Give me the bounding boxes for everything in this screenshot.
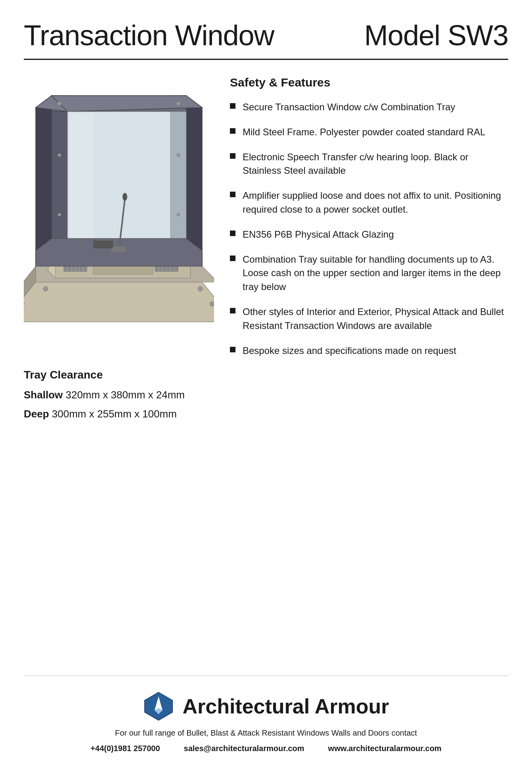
page-title: Transaction Window <box>24 19 274 52</box>
svg-point-30 <box>122 193 127 201</box>
page-header: Transaction Window Model SW3 <box>24 19 508 60</box>
tray-clearance-title: Tray Clearance <box>24 369 214 381</box>
list-item: Bespoke sizes and specifications made on… <box>230 344 508 358</box>
svg-point-33 <box>198 286 203 291</box>
bullet-icon <box>230 153 235 159</box>
bullet-icon <box>230 103 235 109</box>
svg-point-35 <box>210 302 214 306</box>
tray-deep: Deep 300mm x 255mm x 100mm <box>24 407 214 421</box>
bullet-icon <box>230 308 235 313</box>
footer-email: sales@architecturalarmour.com <box>184 744 304 753</box>
model-label: Model SW3 <box>364 19 508 52</box>
bullet-icon <box>230 256 235 261</box>
svg-point-38 <box>58 154 61 157</box>
list-item: Other styles of Interior and Exterior, P… <box>230 305 508 333</box>
left-column: Tray Clearance Shallow 320mm x 380mm x 2… <box>24 76 214 675</box>
footer-contact: +44(0)1981 257000 sales@architecturalarm… <box>90 744 441 753</box>
list-item: Mild Steel Frame. Polyester powder coate… <box>230 125 508 139</box>
feature-text: Other styles of Interior and Exterior, P… <box>243 305 508 333</box>
feature-text: Secure Transaction Window c/w Combinatio… <box>243 100 508 114</box>
feature-text: Combination Tray suitable for handling d… <box>243 253 508 294</box>
tray-deep-label: Deep <box>24 408 52 420</box>
svg-point-37 <box>176 102 180 106</box>
feature-text: Bespoke sizes and specifications made on… <box>243 344 508 358</box>
page: Transaction Window Model SW3 <box>0 0 532 765</box>
tray-shallow-value: 320mm x 380mm x 24mm <box>65 389 185 401</box>
list-item: Combination Tray suitable for handling d… <box>230 253 508 294</box>
tray-deep-value: 300mm x 255mm x 100mm <box>52 408 177 420</box>
svg-point-36 <box>57 102 61 106</box>
footer-phone: +44(0)1981 257000 <box>90 744 160 753</box>
tray-shallow: Shallow 320mm x 380mm x 24mm <box>24 388 214 402</box>
features-title: Safety & Features <box>230 76 508 89</box>
bullet-icon <box>230 231 235 236</box>
svg-marker-18 <box>52 96 67 254</box>
feature-text: Electronic Speech Transfer c/w hearing l… <box>243 150 508 178</box>
bullet-icon <box>230 128 235 134</box>
footer: Architectural Armour For our full range … <box>24 675 508 765</box>
tray-clearance-section: Tray Clearance Shallow 320mm x 380mm x 2… <box>24 365 214 427</box>
svg-point-41 <box>177 213 180 216</box>
company-logo-icon <box>143 690 174 722</box>
svg-rect-29 <box>111 246 126 252</box>
footer-logo-area: Architectural Armour <box>143 690 389 722</box>
feature-text: Amplifier supplied loose and does not af… <box>243 189 508 217</box>
svg-point-40 <box>58 213 61 216</box>
list-item: Secure Transaction Window c/w Combinatio… <box>230 100 508 114</box>
feature-text: EN356 P6B Physical Attack Glazing <box>243 228 508 242</box>
right-column: Safety & Features Secure Transaction Win… <box>230 76 508 675</box>
svg-rect-31 <box>93 240 113 248</box>
feature-text: Mild Steel Frame. Polyester powder coate… <box>243 125 508 139</box>
features-list: Secure Transaction Window c/w Combinatio… <box>230 100 508 369</box>
svg-rect-26 <box>69 113 93 250</box>
list-item: Amplifier supplied loose and does not af… <box>230 189 508 217</box>
tray-shallow-label: Shallow <box>24 389 65 401</box>
list-item: Electronic Speech Transfer c/w hearing l… <box>230 150 508 178</box>
company-name: Architectural Armour <box>182 694 389 718</box>
svg-marker-27 <box>36 238 202 266</box>
main-content: Tray Clearance Shallow 320mm x 380mm x 2… <box>24 76 508 675</box>
svg-point-32 <box>43 286 48 291</box>
list-item: EN356 P6B Physical Attack Glazing <box>230 228 508 242</box>
product-image <box>24 76 214 346</box>
footer-tagline: For our full range of Bullet, Blast & At… <box>115 728 417 738</box>
svg-point-39 <box>177 154 180 157</box>
footer-website: www.architecturalarmour.com <box>328 744 442 753</box>
product-illustration <box>24 76 214 346</box>
bullet-icon <box>230 192 235 197</box>
bullet-icon <box>230 347 235 352</box>
svg-marker-0 <box>24 282 214 322</box>
